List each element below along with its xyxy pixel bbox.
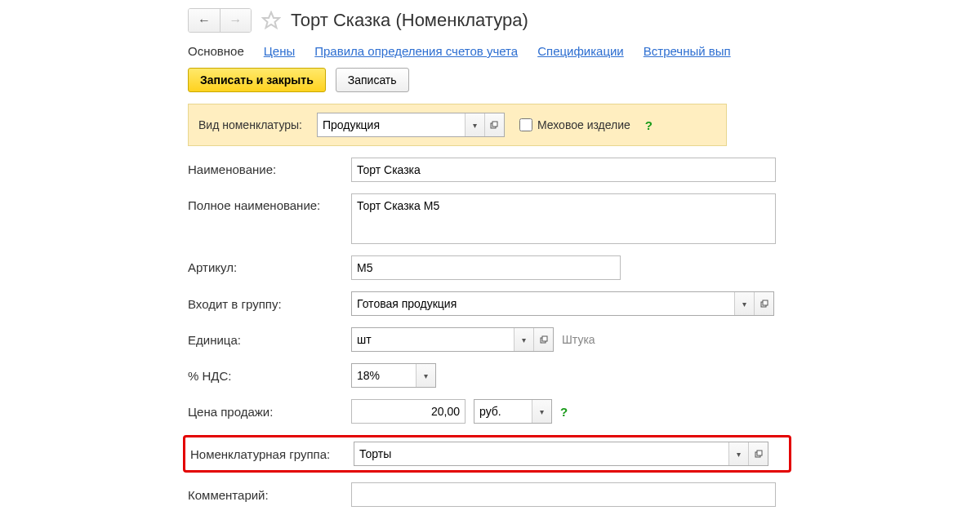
tab-prices[interactable]: Цены (264, 44, 296, 58)
price-help-icon[interactable]: ? (560, 405, 568, 419)
group-label: Входит в группу: (188, 297, 351, 311)
type-bar: Вид номенклатуры: ▾ Меховое изделие ? (188, 104, 727, 146)
nomgroup-highlight: Номенклатурная группа: ▾ (183, 435, 791, 473)
save-close-button[interactable]: Записать и закрыть (188, 68, 326, 92)
svg-rect-4 (763, 300, 768, 305)
fur-checkbox[interactable] (519, 118, 532, 131)
favorite-star-icon[interactable] (260, 9, 283, 32)
price-label: Цена продажи: (188, 405, 351, 419)
unit-label: Единица: (188, 333, 351, 347)
fullname-label: Полное наименование: (188, 193, 351, 212)
nomgroup-label: Номенклатурная группа: (190, 447, 354, 461)
svg-rect-2 (492, 122, 497, 127)
unit-combo: ▾ (351, 327, 554, 352)
fur-help-icon[interactable]: ? (645, 118, 653, 132)
price-input[interactable] (351, 399, 466, 424)
unit-open-icon[interactable] (533, 328, 553, 351)
fur-label: Меховое изделие (537, 118, 630, 131)
currency-input[interactable] (474, 400, 532, 423)
group-open-icon[interactable] (754, 292, 773, 315)
svg-rect-6 (542, 336, 547, 341)
type-open-icon[interactable] (484, 113, 504, 136)
tab-specs[interactable]: Спецификации (537, 44, 624, 58)
toolbar: Записать и закрыть Записать (188, 68, 980, 92)
group-dropdown-icon[interactable]: ▾ (734, 292, 754, 315)
unit-input[interactable] (352, 328, 514, 351)
group-input[interactable] (352, 292, 734, 315)
svg-rect-8 (757, 451, 762, 455)
nav-buttons: ← → (188, 8, 252, 33)
svg-marker-0 (263, 12, 279, 28)
article-input[interactable] (351, 255, 621, 280)
page-title: Торт Сказка (Номенклатура) (291, 10, 528, 31)
nomgroup-input[interactable] (354, 442, 728, 465)
tab-accounts[interactable]: Правила определения счетов учета (314, 44, 518, 58)
vat-dropdown-icon[interactable]: ▾ (416, 364, 435, 387)
type-input[interactable] (318, 113, 465, 136)
vat-combo: ▾ (351, 363, 436, 388)
nomgroup-combo: ▾ (354, 442, 768, 466)
fur-checkbox-wrap: Меховое изделие (519, 118, 630, 131)
type-dropdown-icon[interactable]: ▾ (465, 113, 484, 136)
currency-combo: ▾ (474, 399, 552, 424)
name-label: Наименование: (188, 158, 351, 176)
tabs-bar: Основное Цены Правила определения счетов… (188, 44, 980, 58)
tab-main[interactable]: Основное (188, 44, 244, 58)
unit-hint: Штука (562, 333, 595, 346)
type-combo: ▾ (317, 113, 505, 137)
comment-label: Комментарий: (188, 488, 351, 502)
unit-dropdown-icon[interactable]: ▾ (514, 328, 533, 351)
vat-input[interactable] (352, 364, 416, 387)
tab-counter[interactable]: Встречный вып (644, 44, 731, 58)
currency-dropdown-icon[interactable]: ▾ (532, 400, 551, 423)
nomgroup-dropdown-icon[interactable]: ▾ (728, 442, 748, 465)
article-label: Артикул: (188, 255, 351, 274)
type-label: Вид номенклатуры: (198, 118, 302, 131)
nomgroup-open-icon[interactable] (748, 442, 768, 465)
nav-forward-button[interactable]: → (220, 9, 251, 32)
vat-label: % НДС: (188, 369, 351, 383)
fullname-textarea[interactable] (351, 193, 776, 244)
nav-back-button[interactable]: ← (189, 9, 220, 32)
name-input[interactable] (351, 158, 776, 182)
save-button[interactable]: Записать (336, 68, 409, 92)
group-combo: ▾ (351, 291, 774, 316)
comment-input[interactable] (351, 482, 776, 507)
